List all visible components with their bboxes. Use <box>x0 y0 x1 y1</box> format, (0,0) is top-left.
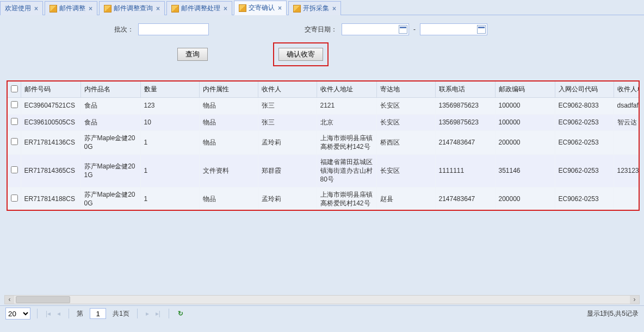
tab-1[interactable]: 邮件调整× <box>45 1 97 15</box>
confirm-button-highlight: 确认收寄 <box>273 42 329 66</box>
cell-netcode: EC9062-0253 <box>555 155 614 187</box>
query-button[interactable]: 查询 <box>177 48 208 61</box>
cell-mailno: ER717814365CS <box>21 155 81 187</box>
table-row[interactable]: ER717814365CS苏产Maple金健201G1文件资料郑群霞福建省莆田荔… <box>8 155 639 187</box>
column-header[interactable]: 邮政编码 <box>495 82 555 98</box>
column-header[interactable]: 邮件号码 <box>21 82 81 98</box>
column-header[interactable]: 收件人单 <box>614 82 639 98</box>
select-all-checkbox[interactable] <box>11 85 18 92</box>
cell-phone: 2147483647 <box>435 131 495 155</box>
tab-label: 欢迎使用 <box>5 4 31 13</box>
scroll-left-arrow[interactable]: ‹ <box>5 296 14 304</box>
date-from-input[interactable] <box>342 23 409 35</box>
calendar-icon[interactable] <box>399 25 407 34</box>
cell-recvunit: 智云达 <box>614 114 639 131</box>
tab-4[interactable]: 交寄确认× <box>234 1 287 15</box>
column-header[interactable]: 寄达地 <box>376 82 435 98</box>
scroll-thumb[interactable] <box>16 296 70 303</box>
filter-bar: 批次： 交寄日期： - 查询 确认收寄 <box>0 15 644 71</box>
separator <box>169 309 169 318</box>
tab-2[interactable]: 邮件调整查询× <box>99 1 165 15</box>
close-icon[interactable]: × <box>33 5 38 12</box>
page-label-prefix: 第 <box>77 309 83 318</box>
batch-label: 批次： <box>114 25 134 34</box>
cell-item: 食品 <box>81 114 140 131</box>
page-number-input[interactable] <box>90 308 106 319</box>
cell-mailno: ER717814188CS <box>21 187 81 210</box>
cell-attr: 物品 <box>199 98 258 115</box>
column-header[interactable]: 内件属性 <box>199 82 258 98</box>
tab-5[interactable]: 开拆采集× <box>288 1 341 15</box>
batch-input[interactable] <box>138 23 209 35</box>
close-icon[interactable]: × <box>277 4 282 12</box>
row-checkbox[interactable] <box>11 118 18 125</box>
close-icon[interactable]: × <box>88 5 92 12</box>
cell-attr: 物品 <box>199 114 258 131</box>
cell-recv: 孟玲莉 <box>258 187 317 210</box>
cell-item: 食品 <box>81 98 140 115</box>
column-header[interactable]: 数量 <box>140 82 199 98</box>
row-checkbox[interactable] <box>11 101 18 108</box>
cell-recv: 郑群霞 <box>258 155 317 187</box>
next-page-button[interactable]: ▸ <box>144 310 151 317</box>
cell-zip: 100000 <box>495 114 555 131</box>
tab-label: 开拆采集 <box>303 4 329 13</box>
cell-qty: 1 <box>140 187 199 210</box>
column-header[interactable]: 内件品名 <box>81 82 140 98</box>
column-header[interactable]: 收件人地址 <box>317 82 376 98</box>
first-page-button[interactable]: |◂ <box>44 310 52 317</box>
row-checkbox[interactable] <box>11 195 18 202</box>
refresh-button[interactable]: ↻ <box>176 310 185 317</box>
table-row[interactable]: ER717814188CS苏产Maple金健200G1物品孟玲莉上海市崇明县庙镇… <box>8 187 639 210</box>
cell-item: 苏产Maple金健200G <box>81 131 140 155</box>
last-page-button[interactable]: ▸| <box>154 310 162 317</box>
cell-addr: 福建省莆田荔城区镇海街道办古山村80号 <box>317 155 376 187</box>
cell-netcode: EC9062-0253 <box>555 187 614 210</box>
tab-strip: 欢迎使用×邮件调整×邮件调整查询×邮件调整处理×交寄确认×开拆采集× <box>0 0 644 15</box>
row-checkbox[interactable] <box>11 166 18 173</box>
cell-qty: 10 <box>140 114 199 131</box>
close-icon[interactable]: × <box>222 5 227 12</box>
table-row[interactable]: EC396100505CS食品10物品张三北京长安区13569875623100… <box>8 114 639 131</box>
scroll-right-arrow[interactable]: › <box>630 296 639 304</box>
cell-addr: 2121 <box>317 98 376 115</box>
cell-recv: 张三 <box>258 114 317 131</box>
page-size-select[interactable]: 20 <box>5 308 30 320</box>
column-header[interactable]: 收件人 <box>258 82 317 98</box>
box-icon <box>293 5 301 12</box>
cell-mailno: ER717814136CS <box>21 131 81 155</box>
column-header[interactable]: 联系电话 <box>435 82 495 98</box>
date-separator: - <box>413 26 416 33</box>
calendar-icon[interactable] <box>477 25 486 34</box>
row-checkbox[interactable] <box>11 138 18 145</box>
cell-zip: 351146 <box>495 155 555 187</box>
cell-phone: 1111111 <box>435 155 495 187</box>
table-row[interactable]: EC396047521CS食品123物品张三2121长安区13569875623… <box>8 98 639 115</box>
column-header[interactable]: 入网公司代码 <box>555 82 614 98</box>
close-icon[interactable]: × <box>155 5 160 12</box>
cell-zip: 200000 <box>495 131 555 155</box>
cell-attr: 物品 <box>199 131 258 155</box>
cell-recvunit <box>614 131 639 155</box>
cell-zip: 100000 <box>495 98 555 115</box>
cell-zip: 200000 <box>495 187 555 210</box>
header-checkbox-cell <box>8 82 21 98</box>
cell-recv: 孟玲莉 <box>258 131 317 155</box>
table-row[interactable]: ER717814136CS苏产Maple金健200G1物品孟玲莉上海市崇明县庙镇… <box>8 131 639 155</box>
prev-page-button[interactable]: ◂ <box>55 310 62 317</box>
date-to-input[interactable] <box>420 23 487 35</box>
cell-phone: 13569875623 <box>435 114 495 131</box>
confirm-receive-button[interactable]: 确认收寄 <box>278 48 323 61</box>
paging-bar: 20 |◂ ◂ 第 共1页 ▸ ▸| ↻ 显示1到5,共5记录 <box>0 305 644 321</box>
tab-0[interactable]: 欢迎使用× <box>0 1 43 15</box>
close-icon[interactable]: × <box>331 5 336 12</box>
tab-3[interactable]: 邮件调整处理× <box>166 1 232 15</box>
cell-dest: 长安区 <box>376 114 435 131</box>
tab-label: 邮件调整处理 <box>181 4 220 13</box>
cell-addr: 上海市崇明县庙镇高桥爱民村142号 <box>317 187 376 210</box>
tab-label: 交寄确认 <box>249 3 275 12</box>
cell-recvunit: 1231231 <box>614 155 639 187</box>
mail-grid: 邮件号码内件品名数量内件属性收件人收件人地址寄达地联系电话邮政编码入网公司代码收… <box>8 82 639 210</box>
cell-qty: 123 <box>140 98 199 115</box>
horizontal-scrollbar[interactable]: ‹ › <box>4 295 640 304</box>
